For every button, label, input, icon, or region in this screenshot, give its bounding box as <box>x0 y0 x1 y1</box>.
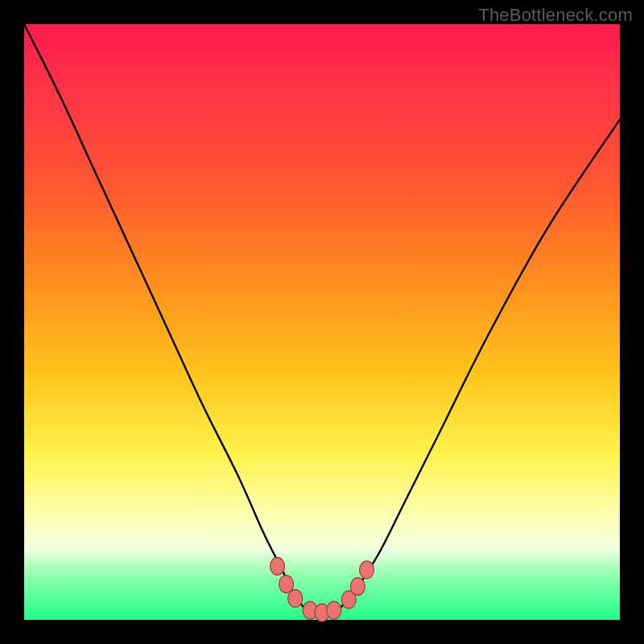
bottleneck-curve <box>24 24 620 615</box>
curve-marker <box>350 578 365 596</box>
curve-marker <box>279 576 294 593</box>
curve-marker <box>327 601 341 619</box>
curve-markers <box>270 557 374 621</box>
watermark-text: TheBottleneck.com <box>478 5 633 26</box>
curve-marker <box>270 557 285 575</box>
curve-marker <box>288 589 303 607</box>
chart-svg <box>24 24 620 620</box>
chart-frame: TheBottleneck.com <box>0 0 644 644</box>
plot-area <box>24 24 620 620</box>
curve-marker <box>360 561 374 579</box>
